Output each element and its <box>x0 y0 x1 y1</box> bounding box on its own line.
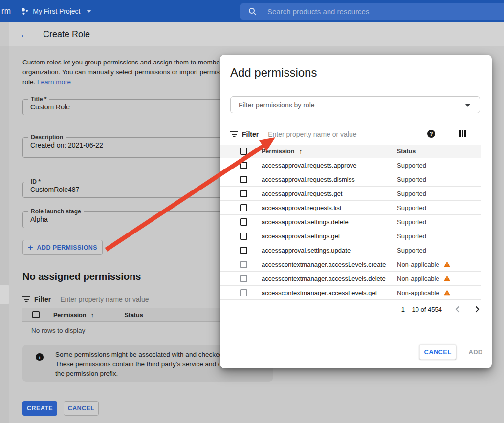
permission-row[interactable]: accesscontextmanager.accessLevels.delete… <box>220 272 481 286</box>
modal-permissions-rows: accessapproval.requests.approve Supporte… <box>220 158 481 300</box>
platform-logo-fragment: rm <box>1 7 11 16</box>
row-checkbox[interactable] <box>240 204 247 212</box>
intro-paragraph: Custom roles let you group permissions a… <box>22 58 225 87</box>
permission-row[interactable]: accessapproval.settings.update Supported <box>220 243 481 257</box>
next-page-icon[interactable] <box>473 305 481 313</box>
select-all-checkbox[interactable] <box>240 148 247 155</box>
chevron-down-icon <box>465 104 470 107</box>
status-column-header[interactable]: Status <box>397 148 416 155</box>
row-checkbox[interactable] <box>240 275 247 282</box>
intro-line: role. Learn more <box>22 77 225 87</box>
sort-ascending-icon[interactable]: ↑ <box>90 311 94 319</box>
status-value: Supported <box>397 247 426 254</box>
status-cell: Supported <box>397 190 426 197</box>
divider <box>445 128 445 140</box>
filter-by-role-placeholder: Filter permissions by role <box>239 101 315 109</box>
status-value: Non-applicable <box>397 289 439 296</box>
assigned-permissions-heading: No assigned permissions <box>22 271 141 282</box>
select-all-checkbox[interactable] <box>32 311 40 318</box>
permission-row[interactable]: accessapproval.settings.delete Supported <box>220 215 481 229</box>
filter-by-role-dropdown[interactable]: Filter permissions by role <box>230 96 480 113</box>
help-icon[interactable]: ? <box>427 130 435 138</box>
permission-row[interactable]: accessapproval.requests.get Supported <box>220 187 481 201</box>
permission-column-header[interactable]: Permission <box>262 148 294 155</box>
status-cell: Supported <box>397 218 426 226</box>
search-icon <box>248 7 257 16</box>
assigned-filter-input[interactable] <box>60 296 197 303</box>
global-search-bar[interactable] <box>240 3 504 20</box>
sort-ascending-icon[interactable]: ↑ <box>299 148 302 155</box>
permission-name: accessapproval.requests.list <box>262 204 341 212</box>
previous-page-icon[interactable] <box>454 305 461 313</box>
permission-row[interactable]: accessapproval.requests.list Supported <box>220 201 481 215</box>
permission-name: accessapproval.requests.approve <box>262 162 356 169</box>
warning-icon <box>443 261 451 268</box>
dialog-add-button[interactable]: ADD <box>465 344 486 360</box>
status-cell: Non-applicable <box>397 275 451 282</box>
permission-name: accesscontextmanager.accessLevels.create <box>262 261 386 268</box>
status-cell: Supported <box>397 204 426 212</box>
status-value: Supported <box>397 218 426 226</box>
add-permissions-button[interactable]: + ADD PERMISSIONS <box>22 240 103 255</box>
permission-name: accessapproval.settings.get <box>262 233 340 240</box>
modal-table-header: Permission ↑ Status <box>220 145 481 158</box>
back-arrow-icon[interactable]: ← <box>20 29 30 40</box>
permission-row[interactable]: accessapproval.requests.dismiss Supporte… <box>220 172 481 187</box>
warning-icon <box>443 275 451 282</box>
pagination-bar: 1 – 10 of 4554 <box>220 300 481 318</box>
row-checkbox[interactable] <box>240 289 247 296</box>
column-display-icon[interactable] <box>459 130 466 137</box>
warning-icon <box>443 289 451 296</box>
permission-name: accessapproval.requests.dismiss <box>262 176 355 183</box>
row-checkbox[interactable] <box>240 218 247 226</box>
project-selector[interactable]: My First Project <box>21 7 91 16</box>
page-title: Create Role <box>43 29 90 40</box>
row-checkbox[interactable] <box>240 162 247 169</box>
permission-row[interactable]: accesscontextmanager.accessLevels.get No… <box>220 286 481 300</box>
status-value: Supported <box>397 176 426 183</box>
status-value: Supported <box>397 162 426 169</box>
status-cell: Supported <box>397 247 426 254</box>
dialog-cancel-button[interactable]: CANCEL <box>419 344 456 360</box>
permission-name: accessapproval.settings.delete <box>262 218 349 226</box>
intro-line: Custom roles let you group permissions a… <box>22 58 225 67</box>
filter-icon <box>230 131 238 137</box>
permission-column-header[interactable]: Permission <box>53 312 86 318</box>
filter-icon <box>22 296 30 302</box>
status-cell: Supported <box>397 176 426 183</box>
permission-name: accessapproval.requests.get <box>262 190 342 197</box>
top-app-bar: rm My First Project <box>0 0 504 22</box>
info-icon: i <box>36 353 44 361</box>
status-value: Supported <box>397 204 426 212</box>
modal-filter-input[interactable] <box>268 130 415 138</box>
permission-name: accessapproval.settings.update <box>262 247 351 254</box>
learn-more-link[interactable]: Learn more <box>37 78 71 85</box>
filter-label: Filter <box>34 296 51 303</box>
permission-row[interactable]: accessapproval.requests.approve Supporte… <box>220 158 481 172</box>
dialog-footer: CANCEL ADD <box>220 344 492 368</box>
row-checkbox[interactable] <box>240 176 247 183</box>
scrollbar-thumb[interactable] <box>0 285 9 304</box>
row-checkbox[interactable] <box>240 233 247 240</box>
row-checkbox[interactable] <box>240 247 247 254</box>
status-column-header[interactable]: Status <box>124 312 143 318</box>
modal-filter-row: Filter ? <box>230 127 480 142</box>
create-button[interactable]: CREATE <box>22 401 57 416</box>
left-scroll-strip <box>0 46 9 423</box>
status-cell: Supported <box>397 233 426 240</box>
row-checkbox[interactable] <box>240 190 247 197</box>
permission-name: accesscontextmanager.accessLevels.get <box>262 289 377 296</box>
add-permissions-dialog: Add permissions Filter permissions by ro… <box>220 55 492 368</box>
status-value: Non-applicable <box>397 261 439 268</box>
status-value: Supported <box>397 233 426 240</box>
row-checkbox[interactable] <box>240 261 247 268</box>
intro-line: organization. You can manually select pe… <box>22 67 225 77</box>
cancel-button[interactable]: CANCEL <box>64 401 99 416</box>
status-value: Non-applicable <box>397 275 439 282</box>
page-header: ← Create Role <box>9 22 504 46</box>
permission-row[interactable]: accesscontextmanager.accessLevels.create… <box>220 257 481 272</box>
permission-row[interactable]: accessapproval.settings.get Supported <box>220 229 481 243</box>
divider <box>22 390 273 390</box>
project-name: My First Project <box>33 7 80 15</box>
search-input[interactable] <box>267 7 463 16</box>
